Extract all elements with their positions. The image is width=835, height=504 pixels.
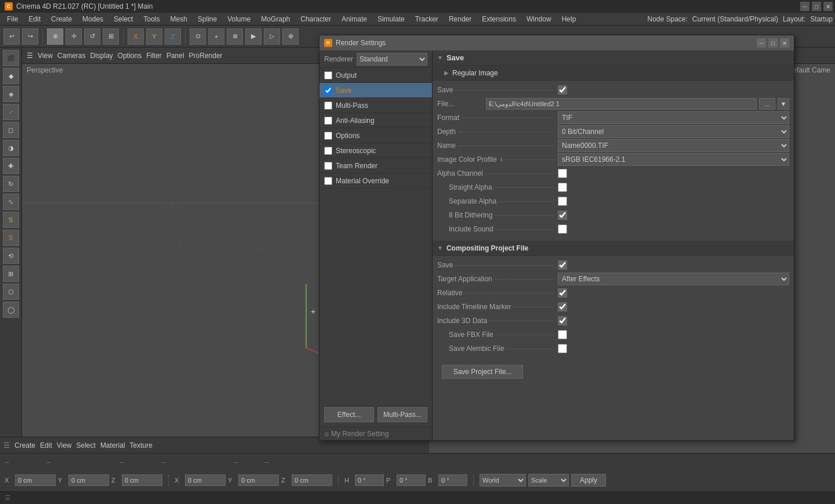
x-input[interactable] xyxy=(15,474,56,486)
rs-maximize-button[interactable]: □ xyxy=(768,38,778,48)
redo-button[interactable]: ↪ xyxy=(22,28,38,45)
z-axis-button[interactable]: Z xyxy=(165,28,181,45)
bit-dithering-checkbox[interactable] xyxy=(558,211,567,220)
menu-edit[interactable]: Edit xyxy=(24,14,45,24)
menu-mograph[interactable]: MoGraph xyxy=(256,14,295,24)
sidebar-scale-btn[interactable]: ⤡ xyxy=(3,194,19,210)
depth-select[interactable]: 0 Bit/Channel xyxy=(558,125,789,138)
options-checkbox[interactable] xyxy=(324,132,332,140)
sidebar-texture-btn[interactable]: ◈ xyxy=(3,86,19,102)
rx-input[interactable] xyxy=(185,474,226,486)
menu-extensions[interactable]: Extensions xyxy=(477,14,521,24)
menu-select[interactable]: Select xyxy=(109,14,137,24)
menu-volume[interactable]: Volume xyxy=(223,14,255,24)
materialoverride-checkbox[interactable] xyxy=(324,177,332,185)
viewport-menu-toggle[interactable]: ☰ xyxy=(27,52,33,60)
file-arrow-button[interactable]: ▼ xyxy=(778,98,789,110)
rs-minimize-button[interactable]: ─ xyxy=(757,38,766,48)
status-menu-icon[interactable]: ☰ xyxy=(5,494,10,502)
file-browse-button[interactable]: ... xyxy=(759,98,775,110)
scale-select[interactable]: Scale xyxy=(528,474,569,487)
z-input[interactable] xyxy=(122,474,162,486)
rotate-button[interactable]: ↺ xyxy=(84,28,100,45)
sidebar-rotate-btn[interactable]: ↻ xyxy=(3,176,19,192)
sidebar-s-btn[interactable]: S xyxy=(3,212,19,228)
save-alembic-checkbox[interactable] xyxy=(558,344,567,353)
straight-alpha-checkbox[interactable] xyxy=(558,183,567,192)
material-create[interactable]: Create xyxy=(14,441,35,449)
multipass-checkbox[interactable] xyxy=(324,101,332,110)
scale-button[interactable]: ✛ xyxy=(66,28,82,45)
menu-modes[interactable]: Modes xyxy=(78,14,108,24)
b-input[interactable] xyxy=(438,474,467,486)
material-view[interactable]: View xyxy=(57,441,72,449)
h-input[interactable] xyxy=(355,474,384,486)
menu-file[interactable]: File xyxy=(2,14,23,24)
multipass-button[interactable]: Multi-Pass... xyxy=(377,407,427,422)
menu-tools[interactable]: Tools xyxy=(139,14,164,24)
name-select[interactable]: Name0000.TIF xyxy=(558,139,789,152)
rz-input[interactable] xyxy=(292,474,332,486)
nav-options[interactable]: Options xyxy=(320,128,432,143)
format-select[interactable]: TIF xyxy=(558,111,789,124)
move-button[interactable]: ⊕ xyxy=(47,28,63,45)
p-input[interactable] xyxy=(397,474,426,486)
sidebar-sculpt-btn[interactable]: ◑ xyxy=(3,140,19,156)
menu-simulate[interactable]: Simulate xyxy=(373,14,409,24)
viewport-cameras[interactable]: Cameras xyxy=(57,52,86,60)
render-button[interactable]: ▷ xyxy=(264,28,280,45)
rs-window-controls[interactable]: ─ □ ✕ xyxy=(757,38,789,48)
output-checkbox[interactable] xyxy=(324,71,332,79)
nav-materialoverride[interactable]: Material Override xyxy=(320,173,432,188)
transform-button[interactable]: ⊞ xyxy=(103,28,119,45)
viewport-view[interactable]: View xyxy=(38,52,53,60)
sidebar-move-btn[interactable]: ✚ xyxy=(3,158,19,174)
nav-output[interactable]: Output xyxy=(320,68,432,83)
alpha-channel-checkbox[interactable] xyxy=(558,169,567,178)
nav-stereoscopic[interactable]: Stereoscopic xyxy=(320,143,432,158)
save-project-file-button[interactable]: Save Project File... xyxy=(442,365,523,379)
viewport-options[interactable]: Options xyxy=(118,52,141,60)
menu-create[interactable]: Create xyxy=(46,14,77,24)
comp-save-checkbox[interactable] xyxy=(558,260,567,270)
sidebar-model-btn[interactable]: ◆ xyxy=(3,68,19,84)
separate-alpha-checkbox[interactable] xyxy=(558,197,567,206)
sidebar-edge-btn[interactable]: ⟋ xyxy=(3,104,19,120)
viewport-prorender[interactable]: ProRender xyxy=(189,52,223,60)
menu-tracker[interactable]: Tracker xyxy=(411,14,443,24)
menu-render[interactable]: Render xyxy=(444,14,476,24)
sidebar-polygon-btn[interactable]: ◻ xyxy=(3,122,19,138)
material-select[interactable]: Select xyxy=(77,441,96,449)
add-button[interactable]: + xyxy=(208,28,224,45)
include-timeline-checkbox[interactable] xyxy=(558,302,567,311)
renderer-select[interactable]: Standard xyxy=(357,53,427,66)
target-app-select[interactable]: After Effects xyxy=(558,273,789,285)
material-texture[interactable]: Texture xyxy=(130,441,153,449)
viewport-panel[interactable]: Panel xyxy=(166,52,184,60)
maximize-button[interactable]: □ xyxy=(812,2,821,11)
sidebar-s2-btn[interactable]: S xyxy=(3,230,19,246)
menu-animate[interactable]: Animate xyxy=(337,14,372,24)
include-3d-checkbox[interactable] xyxy=(558,316,567,325)
material-material[interactable]: Material xyxy=(100,441,125,449)
window-controls[interactable]: ─ □ ✕ xyxy=(800,2,833,11)
y-axis-button[interactable]: Y xyxy=(146,28,162,45)
sidebar-circle-btn[interactable]: ◯ xyxy=(3,302,19,318)
world-button[interactable]: ⊗ xyxy=(227,28,243,45)
menu-spline[interactable]: Spline xyxy=(193,14,222,24)
apply-button[interactable]: Apply xyxy=(571,474,606,487)
file-input[interactable] xyxy=(486,98,757,110)
save-prop-checkbox[interactable] xyxy=(558,85,567,95)
sidebar-grid-btn[interactable]: ⊞ xyxy=(3,266,19,282)
y-input[interactable] xyxy=(68,474,109,486)
add-object-button[interactable]: ⊕ xyxy=(282,28,299,45)
nav-multipass[interactable]: Multi-Pass xyxy=(320,98,432,113)
relative-checkbox[interactable] xyxy=(558,288,567,298)
menu-window[interactable]: Window xyxy=(522,14,556,24)
save-checkbox[interactable] xyxy=(324,86,332,95)
antialias-checkbox[interactable] xyxy=(324,117,332,125)
world-select[interactable]: World xyxy=(480,474,526,487)
nav-teamrender[interactable]: Team Render xyxy=(320,158,432,173)
menu-mesh[interactable]: Mesh xyxy=(165,14,191,24)
image-color-select[interactable]: sRGB IEC61966-2.1 xyxy=(558,153,789,166)
